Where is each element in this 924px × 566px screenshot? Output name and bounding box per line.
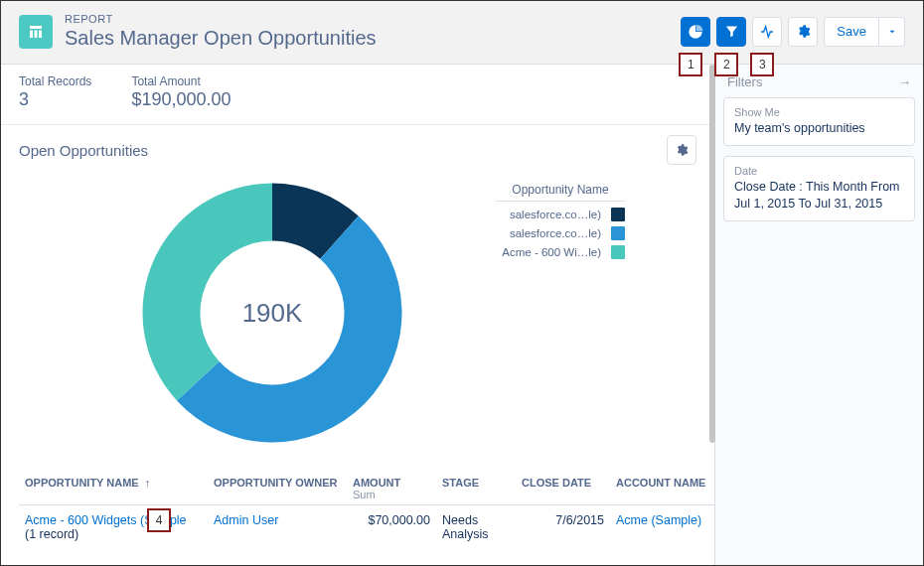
opportunity-link[interactable]: Acme - 600 Widgets (Sample — [25, 513, 187, 527]
legend-swatch — [611, 226, 625, 240]
report-icon — [19, 15, 53, 49]
summary-strip: Total Records 3 Total Amount $190,000.00 — [1, 65, 714, 125]
legend-item[interactable]: salesforce.co…le) — [496, 208, 625, 221]
total-amount-value: $190,000.00 — [131, 89, 231, 110]
filters-panel-header: Filters → — [723, 74, 915, 97]
body: Total Records 3 Total Amount $190,000.00… — [1, 65, 923, 566]
chart-settings-button[interactable] — [667, 135, 696, 165]
settings-button[interactable] — [788, 17, 818, 47]
activity-button[interactable] — [752, 17, 782, 47]
chart-title: Open Opportunities — [19, 142, 148, 159]
col-amount-label: AMOUNT — [353, 477, 400, 489]
total-records-label: Total Records — [19, 74, 91, 88]
report-label: REPORT — [65, 13, 669, 25]
opportunity-sub: (1 record) — [25, 527, 78, 541]
filter-toggle-button[interactable] — [716, 17, 746, 47]
header-titles: REPORT Sales Manager Open Opportunities — [65, 13, 669, 50]
cell-amount: $70,000.00 — [347, 505, 436, 550]
legend-swatch — [611, 208, 625, 221]
col-close-date[interactable]: CLOSE DATE — [516, 469, 610, 505]
col-opportunity-owner[interactable]: OPPORTUNITY OWNER — [208, 469, 347, 505]
header-actions: Save 1 2 3 — [681, 17, 905, 47]
table-row: Acme - 600 Widgets (Sample (1 record) Ad… — [19, 505, 714, 550]
legend-item[interactable]: Acme - 600 Wi…le) — [496, 245, 625, 259]
donut-chart: 190K — [128, 169, 466, 457]
donut-center-value: 190K — [128, 169, 416, 457]
save-dropdown-button[interactable] — [879, 17, 905, 47]
chart-section: Open Opportunities 190K Opportunity Name… — [1, 125, 714, 469]
filter-card-date[interactable]: Date Close Date : This Month From Jul 1,… — [723, 156, 915, 221]
total-records: Total Records 3 — [19, 74, 91, 110]
total-records-value: 3 — [19, 89, 91, 110]
save-button[interactable]: Save — [824, 17, 879, 47]
filter-value: My team's opportunities — [734, 120, 904, 137]
col-opportunity-name-label: OPPORTUNITY NAME — [25, 477, 139, 489]
cell-stage: Needs Analysis — [436, 505, 516, 550]
legend-swatch — [611, 245, 625, 259]
cell-opportunity-name[interactable]: Acme - 600 Widgets (Sample (1 record) — [19, 505, 208, 550]
legend-label: Acme - 600 Wi…le) — [496, 246, 603, 258]
legend-title: Opportunity Name — [496, 179, 625, 202]
cell-close-date: 7/6/2015 — [516, 505, 610, 550]
report-header: REPORT Sales Manager Open Opportunities … — [1, 1, 923, 65]
cell-account[interactable]: Acme (Sample) — [610, 505, 714, 550]
filter-value: Close Date : This Month From Jul 1, 2015… — [734, 179, 904, 212]
legend-item[interactable]: salesforce.co…le) — [496, 226, 625, 240]
filter-label: Date — [734, 165, 904, 177]
total-amount: Total Amount $190,000.00 — [131, 74, 231, 110]
col-stage[interactable]: STAGE — [436, 469, 516, 505]
cell-owner[interactable]: Admin User — [208, 505, 347, 550]
col-amount[interactable]: AMOUNT Sum — [347, 469, 436, 505]
sort-ascending-icon: ↑ — [142, 477, 151, 489]
scrollbar[interactable] — [709, 65, 715, 443]
filter-card-show-me[interactable]: Show Me My team's opportunities — [723, 97, 915, 146]
legend-label: salesforce.co…le) — [496, 209, 603, 220]
chart-legend: Opportunity Name salesforce.co…le)salesf… — [496, 179, 625, 457]
filter-label: Show Me — [734, 106, 904, 118]
page-title: Sales Manager Open Opportunities — [65, 27, 669, 50]
report-table: OPPORTUNITY NAME ↑ OPPORTUNITY OWNER AMO… — [1, 469, 714, 549]
main-column: Total Records 3 Total Amount $190,000.00… — [1, 65, 714, 566]
total-amount-label: Total Amount — [131, 74, 231, 88]
legend-label: salesforce.co…le) — [496, 227, 603, 239]
col-amount-sub: Sum — [353, 489, 430, 500]
chart-toggle-button[interactable] — [681, 17, 710, 47]
col-account-name[interactable]: ACCOUNT NAME — [610, 469, 714, 505]
collapse-panel-icon[interactable]: → — [898, 74, 911, 89]
col-opportunity-name[interactable]: OPPORTUNITY NAME ↑ — [19, 469, 208, 505]
filters-panel: Filters → Show Me My team's opportunitie… — [714, 65, 923, 566]
filters-panel-title: Filters — [727, 74, 762, 89]
